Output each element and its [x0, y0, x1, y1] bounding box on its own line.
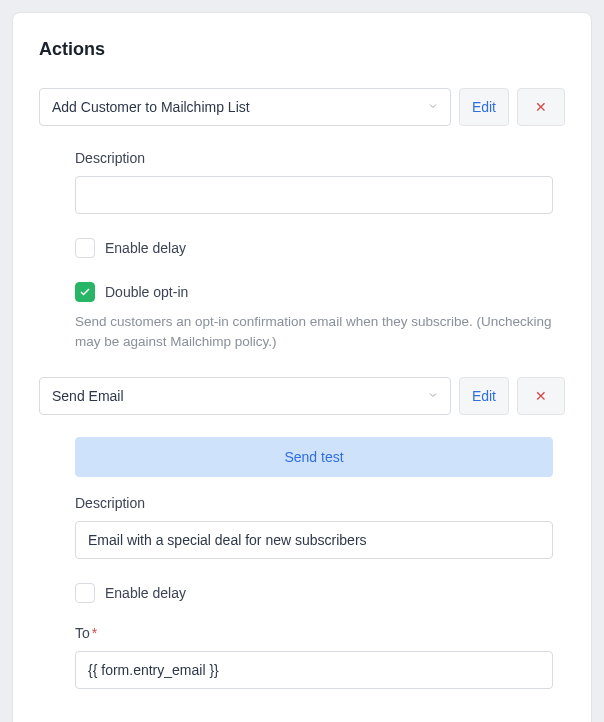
description-input[interactable]: [75, 521, 553, 559]
to-label-text: To: [75, 625, 90, 641]
edit-button[interactable]: Edit: [459, 88, 509, 126]
enable-delay-label: Enable delay: [105, 585, 186, 601]
description-label: Description: [75, 495, 553, 511]
double-optin-label: Double opt-in: [105, 284, 188, 300]
action-type-selected: Add Customer to Mailchimp List: [52, 99, 250, 115]
enable-delay-label: Enable delay: [105, 240, 186, 256]
action-header-row: Send Email Edit ✕: [39, 377, 565, 415]
page-title: Actions: [39, 39, 565, 60]
enable-delay-row: Enable delay: [75, 583, 553, 603]
action-panel: Send test Description Enable delay To*: [39, 415, 565, 713]
action-select-wrap: Send Email: [39, 377, 451, 415]
action-type-select[interactable]: Send Email: [39, 377, 451, 415]
enable-delay-row: Enable delay: [75, 238, 553, 258]
action-panel: Description Enable delay Double opt-in S…: [39, 126, 565, 377]
send-test-button[interactable]: Send test: [75, 437, 553, 477]
close-icon: ✕: [535, 388, 547, 404]
double-optin-row: Double opt-in: [75, 282, 553, 302]
description-label: Description: [75, 150, 553, 166]
close-icon: ✕: [535, 99, 547, 115]
required-asterisk: *: [92, 625, 97, 641]
action-type-selected: Send Email: [52, 388, 124, 404]
edit-button[interactable]: Edit: [459, 377, 509, 415]
delete-button[interactable]: ✕: [517, 377, 565, 415]
action-select-wrap: Add Customer to Mailchimp List: [39, 88, 451, 126]
enable-delay-checkbox[interactable]: [75, 583, 95, 603]
to-label: To*: [75, 625, 553, 641]
description-input[interactable]: [75, 176, 553, 214]
action-type-select[interactable]: Add Customer to Mailchimp List: [39, 88, 451, 126]
double-optin-help: Send customers an opt-in confirmation em…: [75, 312, 553, 353]
actions-card: Actions Add Customer to Mailchimp List E…: [12, 12, 592, 722]
enable-delay-checkbox[interactable]: [75, 238, 95, 258]
double-optin-checkbox[interactable]: [75, 282, 95, 302]
to-input[interactable]: [75, 651, 553, 689]
action-header-row: Add Customer to Mailchimp List Edit ✕: [39, 88, 565, 126]
to-field-block: To*: [75, 625, 553, 689]
delete-button[interactable]: ✕: [517, 88, 565, 126]
